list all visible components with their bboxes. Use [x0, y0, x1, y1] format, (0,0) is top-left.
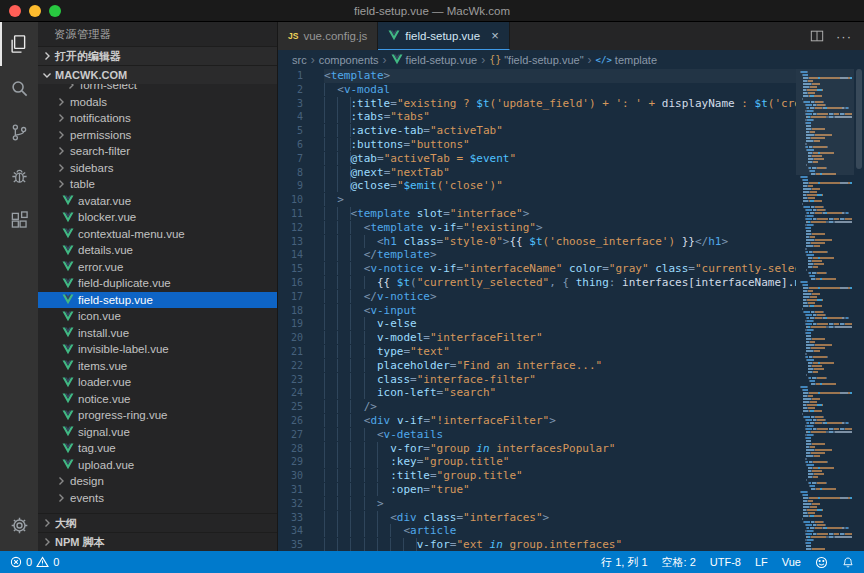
activity-source-control-button[interactable]: [0, 110, 38, 154]
tree-file-details.vue[interactable]: details.vue: [38, 242, 277, 259]
tree-item-label: avatar.vue: [78, 195, 131, 207]
tree-file-blocker.vue[interactable]: blocker.vue: [38, 209, 277, 226]
code-area[interactable]: <template> <v-modal :title="existing ? $…: [312, 69, 796, 551]
tree-file-upload.vue[interactable]: upload.vue: [38, 457, 277, 474]
code-line: v-for="ext in group.interfaces": [324, 538, 796, 551]
breadcrumb-item[interactable]: src: [292, 54, 307, 66]
tree-item-label: install.vue: [78, 327, 129, 339]
tree-file-field-setup.vue[interactable]: field-setup.vue: [38, 292, 277, 309]
code-line: >: [324, 193, 796, 207]
tree-folder-form-select[interactable]: form-select: [38, 84, 277, 94]
more-actions-button[interactable]: ···: [836, 29, 852, 44]
tree-file-icon.vue[interactable]: icon.vue: [38, 308, 277, 325]
tree-folder-sidebars[interactable]: sidebars: [38, 160, 277, 177]
status-language-mode[interactable]: Vue: [782, 556, 801, 568]
activity-settings-button[interactable]: [0, 503, 38, 547]
tree-item-label: tag.vue: [78, 442, 116, 454]
tree-file-install.vue[interactable]: install.vue: [38, 325, 277, 342]
activity-debug-button[interactable]: [0, 154, 38, 198]
tree-folder-search-filter[interactable]: search-filter: [38, 143, 277, 160]
tree-file-progress-ring.vue[interactable]: progress-ring.vue: [38, 407, 277, 424]
editor-scrollbar[interactable]: [854, 69, 864, 551]
code-line: @tab="activeTab = $event": [324, 152, 796, 166]
breadcrumb-item[interactable]: </>template: [596, 54, 657, 66]
line-number: 22: [278, 359, 303, 373]
maximize-window-button[interactable]: [49, 5, 61, 17]
tree-file-error.vue[interactable]: error.vue: [38, 259, 277, 276]
tree-file-items.vue[interactable]: items.vue: [38, 358, 277, 375]
tree-file-notice.vue[interactable]: notice.vue: [38, 391, 277, 408]
close-window-button[interactable]: [9, 5, 21, 17]
tree-item-label: field-duplicate.vue: [78, 277, 171, 289]
chevron-down-icon: [42, 70, 52, 80]
tree-folder-notifications[interactable]: notifications: [38, 110, 277, 127]
status-cursor-position[interactable]: 行 1, 列 1: [601, 555, 647, 570]
vue-icon: [62, 377, 74, 388]
line-number: 13: [278, 235, 303, 249]
tree-folder-permissions[interactable]: permissions: [38, 127, 277, 144]
project-root-header[interactable]: MACWK.COM: [38, 65, 277, 84]
close-tab-icon[interactable]: ×: [491, 28, 499, 43]
feedback-button[interactable]: [815, 556, 828, 569]
line-number: 6: [278, 138, 303, 152]
code-line: :tabs="tabs": [324, 110, 796, 124]
tree-file-tag.vue[interactable]: tag.vue: [38, 440, 277, 457]
breadcrumb-item[interactable]: components: [319, 54, 379, 66]
search-icon: [10, 79, 29, 98]
activity-explorer-button[interactable]: [0, 22, 38, 66]
tree-file-invisible-label.vue[interactable]: invisible-label.vue: [38, 341, 277, 358]
tab-field-setup.vue[interactable]: field-setup.vue×: [378, 22, 509, 50]
code-line: <v-notice v-if="interfaceName" color="gr…: [324, 262, 796, 276]
chevron-right-icon: [42, 51, 52, 61]
code-line: >: [324, 497, 796, 511]
minimap-slider[interactable]: [796, 69, 854, 175]
line-number: 18: [278, 304, 303, 318]
activity-search-button[interactable]: [0, 66, 38, 110]
open-editors-header[interactable]: 打开的编辑器: [38, 46, 277, 65]
tree-file-loader.vue[interactable]: loader.vue: [38, 374, 277, 391]
status-encoding[interactable]: UTF-8: [710, 556, 741, 568]
title-bar: field-setup.vue — MacWk.com: [0, 0, 864, 22]
tree-item-label: error.vue: [78, 261, 123, 273]
line-number: 28: [278, 442, 303, 456]
tree-item-label: icon.vue: [78, 310, 121, 322]
tree-folder-modals[interactable]: modals: [38, 94, 277, 111]
vue-icon: [62, 245, 74, 256]
tree-file-avatar.vue[interactable]: avatar.vue: [38, 193, 277, 210]
chevron-right-icon: [56, 476, 66, 486]
problems-indicator[interactable]: 00: [10, 556, 59, 568]
chevron-right-icon: [56, 146, 66, 156]
status-indentation[interactable]: 空格: 2: [662, 555, 696, 570]
chevron-right-icon: [56, 97, 66, 107]
line-number: 5: [278, 124, 303, 138]
line-number: 20: [278, 331, 303, 345]
notifications-button[interactable]: [842, 556, 854, 569]
tab-vue.config.js[interactable]: JSvue.config.js: [278, 22, 378, 50]
code-line: v-model="interfaceFilter": [324, 331, 796, 345]
line-number: 21: [278, 345, 303, 359]
line-number: 33: [278, 511, 303, 525]
tree-file-signal.vue[interactable]: signal.vue: [38, 424, 277, 441]
activity-extensions-button[interactable]: [0, 198, 38, 242]
vue-icon: [62, 459, 74, 470]
line-number: 14: [278, 248, 303, 262]
breadcrumb-item[interactable]: field-setup.vue: [391, 54, 478, 66]
code-line: v-else: [324, 317, 796, 331]
split-editor-button[interactable]: [810, 29, 824, 43]
tab-label: field-setup.vue: [405, 30, 480, 42]
minimap[interactable]: [796, 69, 854, 551]
tree-folder-design[interactable]: design: [38, 473, 277, 490]
tree-folder-table[interactable]: table: [38, 176, 277, 193]
sidebar-panel-大纲[interactable]: 大纲: [38, 513, 277, 532]
breadcrumb-item[interactable]: {}"field-setup.vue": [489, 54, 583, 66]
sidebar-panel-NPM 脚本[interactable]: NPM 脚本: [38, 532, 277, 551]
code-line: :active-tab="activeTab": [324, 124, 796, 138]
tree-file-contextual-menu.vue[interactable]: contextual-menu.vue: [38, 226, 277, 243]
scrollbar-thumb[interactable]: [856, 69, 862, 169]
minimize-window-button[interactable]: [29, 5, 41, 17]
tree-item-label: form-select: [80, 84, 137, 91]
status-eol[interactable]: LF: [755, 556, 768, 568]
tree-file-field-duplicate.vue[interactable]: field-duplicate.vue: [38, 275, 277, 292]
tree-folder-events[interactable]: events: [38, 490, 277, 507]
line-number: 1: [278, 69, 303, 83]
